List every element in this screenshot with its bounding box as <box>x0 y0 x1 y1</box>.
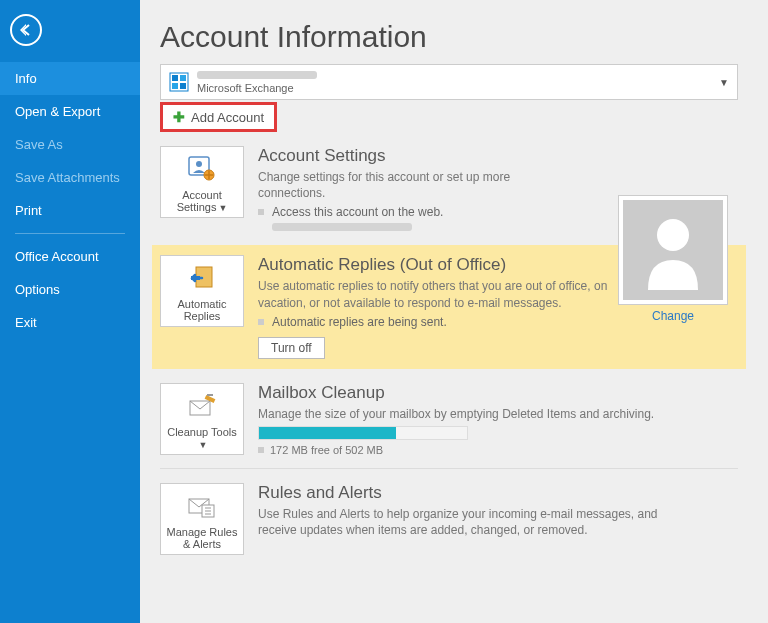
section-title: Mailbox Cleanup <box>258 383 738 403</box>
automatic-replies-icon <box>186 262 218 294</box>
account-text: Microsoft Exchange <box>197 71 729 94</box>
sidebar-label: Print <box>15 203 42 218</box>
web-access-link[interactable]: Access this account on the web. <box>272 205 443 219</box>
sidebar-label: Options <box>15 282 60 297</box>
page-title: Account Information <box>160 20 738 54</box>
tile-label: Manage Rules & Alerts <box>167 526 238 550</box>
sidebar-item-save-as: Save As <box>0 128 140 161</box>
avatar-box <box>618 195 728 305</box>
avatar-placeholder-icon <box>623 200 723 300</box>
svg-point-2 <box>196 161 202 167</box>
section-desc: Use Rules and Alerts to help organize yo… <box>258 506 678 538</box>
sidebar-item-save-attachments: Save Attachments <box>0 161 140 194</box>
section-rules-alerts: Manage Rules & Alerts Rules and Alerts U… <box>160 483 738 555</box>
sidebar-item-print[interactable]: Print <box>0 194 140 227</box>
section-title: Account Settings <box>258 146 738 166</box>
automatic-replies-tile[interactable]: Automatic Replies <box>160 255 244 327</box>
change-avatar-link[interactable]: Change <box>618 309 728 323</box>
section-divider <box>160 468 738 469</box>
bullet-icon <box>258 209 264 215</box>
sidebar-item-options[interactable]: Options <box>0 273 140 306</box>
bullet-icon <box>258 447 264 453</box>
tile-label: Account Settings <box>177 189 222 213</box>
chevron-down-icon: ▼ <box>199 440 208 450</box>
sidebar-item-office-account[interactable]: Office Account <box>0 240 140 273</box>
storage-text: 172 MB free of 502 MB <box>270 444 383 456</box>
sidebar-item-info[interactable]: Info <box>0 62 140 95</box>
autoreply-status: Automatic replies are being sent. <box>272 315 447 329</box>
main-content: Account Information Microsoft Exchange ▼… <box>140 0 768 623</box>
manage-rules-tile[interactable]: Manage Rules & Alerts <box>160 483 244 555</box>
plus-icon: ✚ <box>173 109 185 125</box>
storage-progress-bar <box>258 426 468 440</box>
account-type: Microsoft Exchange <box>197 82 729 94</box>
section-title: Rules and Alerts <box>258 483 738 503</box>
sidebar-label: Office Account <box>15 249 99 264</box>
sidebar-divider <box>15 233 125 234</box>
back-button[interactable] <box>10 14 42 46</box>
chevron-down-icon: ▼ <box>719 77 729 88</box>
section-desc: Change settings for this account or set … <box>258 169 558 201</box>
account-settings-icon <box>186 153 218 185</box>
turn-off-button[interactable]: Turn off <box>258 337 325 359</box>
sidebar-item-exit[interactable]: Exit <box>0 306 140 339</box>
cleanup-tools-tile[interactable]: Cleanup Tools▼ <box>160 383 244 455</box>
sidebar-label: Exit <box>15 315 37 330</box>
chevron-down-icon: ▼ <box>218 203 227 213</box>
add-account-label: Add Account <box>191 110 264 125</box>
arrow-left-icon <box>18 22 34 38</box>
tile-label: Automatic Replies <box>178 298 227 322</box>
storage-progress-fill <box>259 427 396 439</box>
section-desc: Use automatic replies to notify others t… <box>258 278 638 310</box>
tile-label: Cleanup Tools <box>167 426 237 438</box>
section-desc: Manage the size of your mailbox by empty… <box>258 406 658 422</box>
sidebar-label: Info <box>15 71 37 86</box>
section-mailbox-cleanup: Cleanup Tools▼ Mailbox Cleanup Manage th… <box>160 383 738 456</box>
sidebar-item-open-export[interactable]: Open & Export <box>0 95 140 128</box>
svg-point-4 <box>657 219 689 251</box>
backstage-sidebar: Info Open & Export Save As Save Attachme… <box>0 0 140 623</box>
sidebar-label: Save Attachments <box>15 170 120 185</box>
avatar-panel: Change <box>618 195 728 323</box>
account-dropdown[interactable]: Microsoft Exchange ▼ <box>160 64 738 100</box>
cleanup-tools-icon <box>186 390 218 422</box>
add-account-button[interactable]: ✚ Add Account <box>160 102 277 132</box>
account-settings-tile[interactable]: Account Settings▼ <box>160 146 244 218</box>
redacted-url <box>272 223 412 231</box>
account-email-redacted <box>197 71 317 79</box>
bullet-icon <box>258 319 264 325</box>
exchange-icon <box>169 72 189 92</box>
rules-alerts-icon <box>186 490 218 522</box>
sidebar-label: Open & Export <box>15 104 100 119</box>
sidebar-label: Save As <box>15 137 63 152</box>
